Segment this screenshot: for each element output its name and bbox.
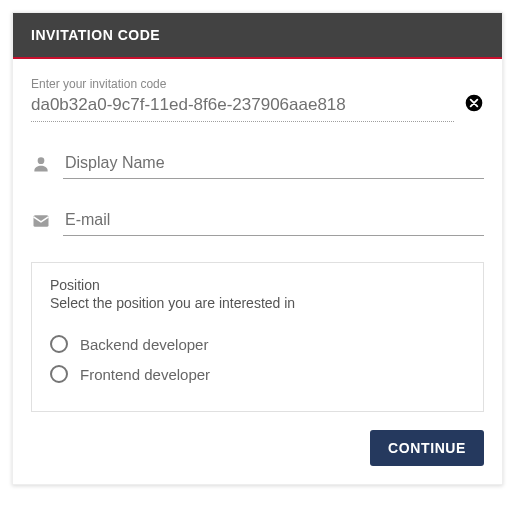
card-title: INVITATION CODE xyxy=(31,27,160,43)
card-body: Enter your invitation code xyxy=(13,59,502,484)
email-input[interactable] xyxy=(63,205,484,236)
clear-icon[interactable] xyxy=(464,93,484,113)
svg-point-1 xyxy=(38,157,45,164)
email-row xyxy=(31,205,484,236)
radio-icon xyxy=(50,365,68,383)
position-title: Position xyxy=(50,277,465,293)
form-footer: CONTINUE xyxy=(31,430,484,466)
person-icon xyxy=(31,154,51,174)
display-name-input[interactable] xyxy=(63,148,484,179)
card-header: INVITATION CODE xyxy=(13,13,502,59)
mail-icon xyxy=(31,211,51,231)
position-option-backend[interactable]: Backend developer xyxy=(50,329,465,359)
position-option-frontend[interactable]: Frontend developer xyxy=(50,359,465,389)
radio-icon xyxy=(50,335,68,353)
invitation-card: INVITATION CODE Enter your invitation co… xyxy=(12,12,503,485)
radio-label: Backend developer xyxy=(80,336,208,353)
position-box: Position Select the position you are int… xyxy=(31,262,484,412)
display-name-row xyxy=(31,148,484,179)
continue-button[interactable]: CONTINUE xyxy=(370,430,484,466)
invitation-code-field: Enter your invitation code xyxy=(31,77,484,122)
invitation-code-label: Enter your invitation code xyxy=(31,77,454,91)
invitation-code-input[interactable] xyxy=(31,91,454,122)
position-subtitle: Select the position you are interested i… xyxy=(50,295,465,311)
radio-label: Frontend developer xyxy=(80,366,210,383)
